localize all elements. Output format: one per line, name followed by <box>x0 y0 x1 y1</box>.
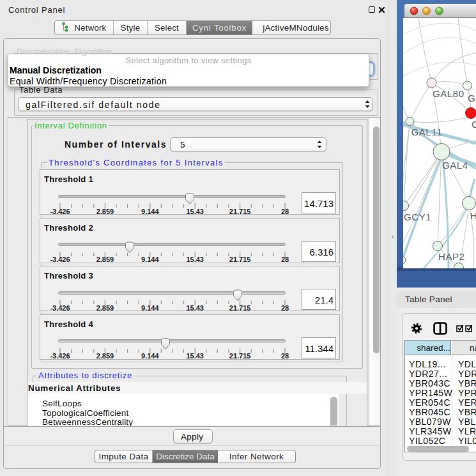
svg-text:H: H <box>470 210 476 221</box>
svg-text:GAL80: GAL80 <box>433 88 464 99</box>
svg-text:GAL4: GAL4 <box>442 160 468 171</box>
svg-text:GCY1: GCY1 <box>404 211 431 222</box>
svg-text:HAP2: HAP2 <box>438 251 465 262</box>
svg-text:C: C <box>472 119 476 130</box>
svg-text:GAL11: GAL11 <box>411 127 443 137</box>
svg-text:GA: GA <box>468 93 476 104</box>
